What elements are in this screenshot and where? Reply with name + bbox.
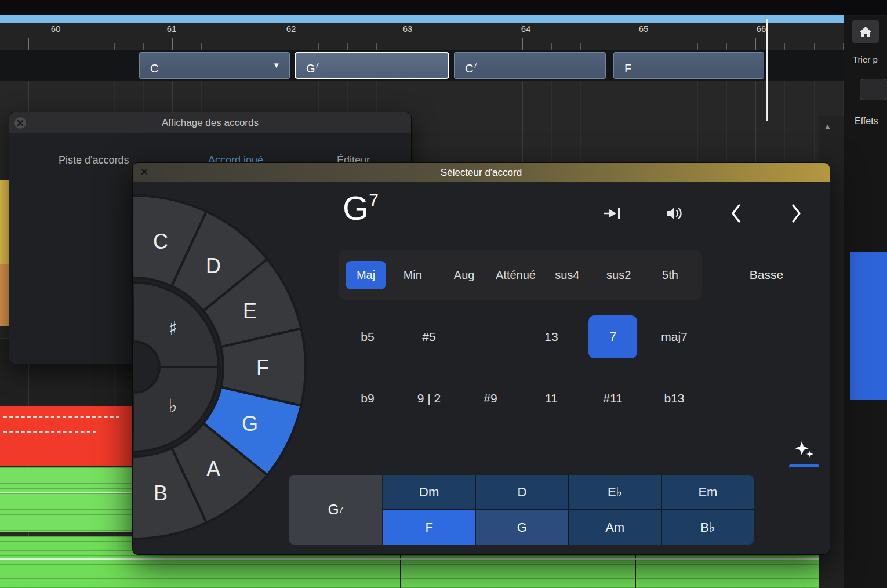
chord-event-c[interactable]: C ▼ (139, 52, 290, 79)
bass-button[interactable]: Basse (732, 250, 801, 300)
current-chord-name: G7 (343, 188, 379, 227)
insert-to-track-button[interactable] (599, 205, 625, 222)
chord-event-label: C (150, 62, 158, 75)
midi-note-dashed (3, 416, 119, 418)
chord-display-titlebar[interactable]: Affichage des accords (9, 112, 411, 133)
chord-event-sup: 7 (473, 61, 477, 70)
chord-event-label: G (306, 62, 315, 75)
timeline-ruler[interactable]: 60 61 62 63 64 65 66 (0, 23, 844, 50)
wheel-note-label: F (256, 355, 269, 379)
bar-number: 62 (286, 24, 296, 34)
effects-selection-bar[interactable] (850, 252, 887, 400)
skip-to-end-icon (602, 206, 622, 221)
chord-event-label: F (624, 62, 631, 75)
suggestion-current-root: G (328, 502, 339, 518)
ext-9-2-button[interactable]: 9 | 2 (398, 391, 460, 405)
suggestion-mode-underline (789, 464, 819, 467)
audition-button[interactable] (663, 205, 686, 222)
section-divider (133, 430, 830, 430)
previous-chord-button[interactable] (729, 202, 743, 224)
top-menu-bar (0, 0, 887, 15)
ext-sharp9-button[interactable]: #9 (460, 391, 521, 405)
ext-b13-button[interactable]: b13 (644, 391, 705, 405)
suggestion-bb[interactable]: B♭ (662, 510, 754, 545)
ext-sharp5-button[interactable]: #5 (398, 330, 460, 344)
quality-5th-button[interactable]: 5th (645, 268, 695, 282)
ext-13-button[interactable]: 13 (521, 330, 582, 344)
scroll-up-icon[interactable]: ▲ (824, 122, 831, 130)
chord-display-title: Affichage des accords (9, 112, 411, 133)
bar-number: 65 (639, 24, 649, 34)
sort-label: Trier p (853, 55, 878, 64)
chord-event-f[interactable]: F (613, 52, 764, 79)
ext-maj7-button[interactable]: maj7 (644, 330, 705, 344)
chord-track-lane[interactable]: C ▼ G7 C7 F (0, 50, 844, 81)
chord-selector-titlebar[interactable]: Sélecteur d'accord (133, 163, 830, 182)
chevron-left-icon (730, 204, 741, 223)
wheel-note-label: B (154, 481, 168, 505)
chord-selector-title: Sélecteur d'accord (133, 163, 830, 182)
sparkle-icon (792, 441, 816, 460)
wheel-sharp-label: ♯ (168, 317, 177, 339)
search-input[interactable] (860, 79, 887, 100)
suggestion-g[interactable]: G (476, 510, 568, 545)
note-wheel: C D E F G A B ♯ ♭ (133, 193, 312, 541)
quality-min-button[interactable]: Min (388, 268, 438, 282)
ext-sharp11-button[interactable]: #11 (582, 391, 644, 405)
right-sidebar: Trier p Effets (844, 15, 887, 588)
wheel-note-label: G (242, 412, 258, 435)
suggestion-am[interactable]: Am (569, 510, 661, 545)
wheel-note-label: E (243, 299, 257, 323)
ext-11-button[interactable]: 11 (521, 391, 582, 405)
wheel-note-label: A (206, 457, 220, 481)
suggestion-dm[interactable]: Dm (383, 475, 475, 509)
quality-dim-button[interactable]: Atténué (490, 268, 540, 282)
quality-tab-bar: Maj Min Aug Atténué sus4 sus2 5th (339, 250, 702, 300)
bar-number: 61 (167, 24, 177, 34)
ext-7-button-active[interactable]: 7 (588, 315, 637, 358)
bar-number: 66 (757, 24, 766, 34)
quality-maj-button[interactable]: Maj (346, 261, 386, 289)
close-icon[interactable] (138, 165, 151, 178)
midi-note-dashed (3, 431, 96, 433)
speaker-icon (666, 205, 684, 222)
suggestion-f-selected[interactable]: F (383, 510, 475, 545)
ruler-major-ticks (0, 38, 844, 50)
locator-range-bar[interactable] (0, 15, 844, 23)
playhead-cursor[interactable] (766, 19, 768, 121)
chord-dropdown-icon[interactable]: ▼ (272, 53, 280, 78)
bar-number: 60 (51, 24, 61, 34)
suggestion-grid: Dm D E♭ Em F G Am B♭ (383, 475, 754, 545)
tab-piste-accords[interactable]: Piste d'accords (59, 154, 129, 166)
chord-event-c7[interactable]: C7 (454, 52, 606, 79)
chord-selector-dialog: Sélecteur d'accord C D E F G A B ♯ ♭ G7 (132, 162, 830, 555)
suggestion-mode-button[interactable] (788, 440, 820, 461)
ext-b5-button[interactable]: b5 (337, 330, 398, 344)
wheel-note-label: D (206, 254, 221, 278)
close-icon[interactable] (14, 117, 27, 129)
effects-label: Effets (855, 116, 878, 126)
home-button[interactable] (852, 20, 879, 43)
chord-event-g7-selected[interactable]: G7 (295, 52, 449, 79)
quality-aug-button[interactable]: Aug (439, 268, 489, 282)
midi-note-line (0, 558, 819, 560)
suggestion-eb[interactable]: E♭ (569, 475, 661, 509)
current-chord-root: G (343, 189, 369, 227)
suggestion-d[interactable]: D (476, 475, 568, 509)
suggestion-em[interactable]: Em (662, 475, 754, 509)
chord-event-label: C (465, 62, 473, 75)
suggestion-current-sup: 7 (339, 505, 343, 514)
wheel-flat-label: ♭ (168, 395, 177, 417)
current-chord-sup: 7 (369, 190, 379, 209)
bar-number: 63 (403, 24, 413, 34)
ext-b9-button[interactable]: b9 (337, 391, 398, 405)
home-icon (859, 26, 873, 38)
bar-number: 64 (521, 24, 531, 34)
chord-event-sup: 7 (315, 61, 319, 70)
chevron-right-icon (791, 204, 802, 223)
quality-sus4-button[interactable]: sus4 (542, 268, 592, 282)
next-chord-button[interactable] (790, 202, 804, 224)
wheel-note-label: C (153, 230, 168, 253)
suggestion-current-chord[interactable]: G7 (289, 475, 382, 545)
quality-sus2-button[interactable]: sus2 (594, 268, 644, 282)
